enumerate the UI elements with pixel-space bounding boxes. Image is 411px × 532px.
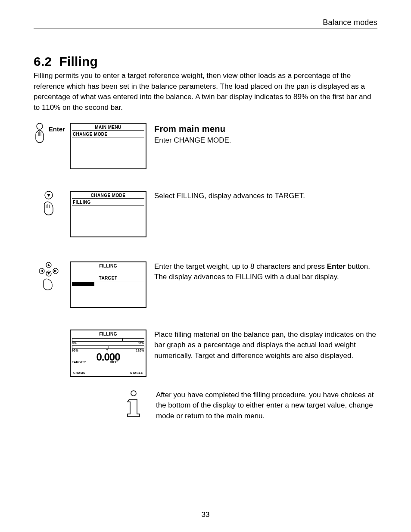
step-text: Place filling material on the balance pa… xyxy=(154,330,377,361)
step-1: Enter MAIN MENU CHANGE MODE From main me… xyxy=(34,123,377,169)
step-3: FILLING TARGET Enter the target weight, … xyxy=(34,261,377,308)
svg-point-0 xyxy=(37,123,43,129)
svg-marker-2 xyxy=(47,194,50,197)
bar-graph-1 xyxy=(72,338,144,342)
lcd-diff-label: DIFF: xyxy=(110,361,118,364)
lcd-filling-target: FILLING TARGET xyxy=(70,261,146,308)
section-intro: Filling permits you to enter a target re… xyxy=(34,71,377,113)
step-2: CHANGE MODE FILLING Select FILLING, disp… xyxy=(34,191,377,237)
lcd-row: FILLING xyxy=(72,199,144,205)
section-number: 6.2 xyxy=(34,54,52,68)
lcd-target-label: TARGET: xyxy=(72,361,86,364)
lcd-sub: TARGET xyxy=(72,275,144,281)
hand-press-icon xyxy=(32,123,47,144)
nav-hand-icon xyxy=(36,261,62,292)
lcd-main-menu: MAIN MENU CHANGE MODE xyxy=(70,123,146,169)
lcd-unit: GRAMS xyxy=(73,371,85,374)
bar2-left: 90% xyxy=(72,349,78,352)
step-text: Enter CHANGE MODE. xyxy=(154,135,377,146)
svg-marker-10 xyxy=(47,272,50,275)
step-heading: From main menu xyxy=(154,123,377,135)
lcd-input-bar xyxy=(72,282,94,286)
lcd-change-mode: CHANGE MODE FILLING xyxy=(70,191,146,237)
lcd-filling-bar: FILLING 0% 90% 90% T 110% 0.000 TARGET: … xyxy=(70,330,146,377)
step-text: Enter the target weight, up to 8 charact… xyxy=(154,261,377,283)
section-heading: 6.2 Filling xyxy=(34,54,377,69)
svg-point-11 xyxy=(131,391,136,396)
svg-marker-4 xyxy=(47,264,50,266)
step-text: Select FILLING, display advances to TARG… xyxy=(154,191,377,202)
page-number: 33 xyxy=(0,510,411,519)
info-icon xyxy=(125,390,142,418)
bar-graph-2 xyxy=(72,345,144,349)
section-title: Filling xyxy=(59,54,98,68)
svg-marker-8 xyxy=(54,270,57,272)
lcd-row: CHANGE MODE xyxy=(72,131,144,137)
down-hand-icon xyxy=(40,191,57,217)
lcd-title: FILLING xyxy=(72,332,144,337)
header-chapter: Balance modes xyxy=(34,18,377,28)
svg-marker-6 xyxy=(40,270,43,272)
step-5: After you have completed the filling pro… xyxy=(34,390,377,422)
lcd-status: STABLE xyxy=(130,371,143,374)
enter-label: Enter xyxy=(49,125,65,133)
step-text: After you have completed the filling pro… xyxy=(156,390,377,422)
step-4: FILLING 0% 90% 90% T 110% 0.000 TARGET: … xyxy=(34,330,377,377)
lcd-title: FILLING xyxy=(72,264,144,269)
bar1-right: 90% xyxy=(138,342,144,345)
bar1-left: 0% xyxy=(72,342,77,345)
lcd-title: CHANGE MODE xyxy=(72,193,144,199)
lcd-title: MAIN MENU xyxy=(72,125,144,131)
bar2-right: 110% xyxy=(136,349,144,352)
